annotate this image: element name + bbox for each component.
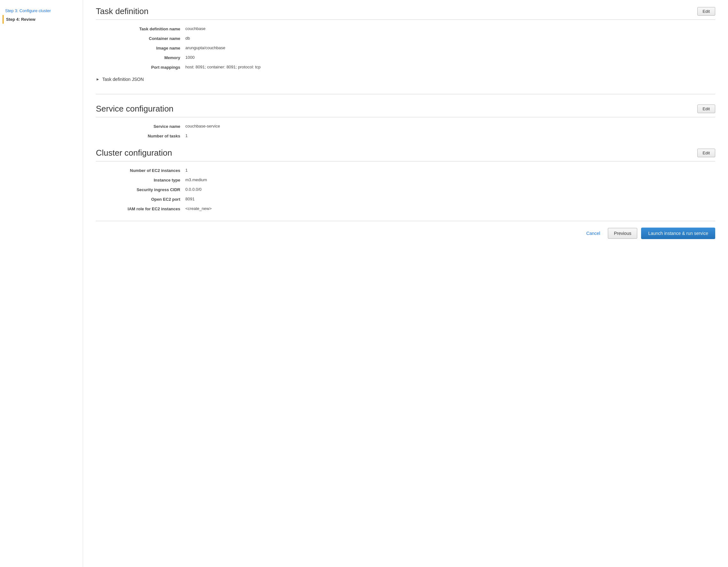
field-port-mappings: Port mappings host: 8091; container: 809… xyxy=(96,65,715,70)
sidebar-item-step3-label: Step 3: Configure cluster xyxy=(5,8,51,13)
field-instance-type: Instance type m3.medium xyxy=(96,177,715,183)
field-label-service-name: Service name xyxy=(96,124,185,129)
sidebar-item-step4-label: Step 4: Review xyxy=(6,17,35,22)
chevron-right-icon: ► xyxy=(96,77,100,82)
field-value-port-mappings: host: 8091; container: 8091; protocol: t… xyxy=(185,65,261,69)
cluster-configuration-header: Cluster configuration Edit xyxy=(96,148,715,161)
field-image-name: Image name arungupta/couchbase xyxy=(96,45,715,50)
field-label-iam-role: IAM role for EC2 instances xyxy=(96,206,185,211)
task-definition-json-toggle[interactable]: ► Task definition JSON xyxy=(96,74,715,84)
sidebar-item-step4: Step 4: Review xyxy=(3,15,78,24)
cluster-configuration-edit-button[interactable]: Edit xyxy=(697,149,715,157)
field-label-security-ingress-cidr: Security ingress CIDR xyxy=(96,187,185,192)
field-label-memory: Memory xyxy=(96,55,185,60)
field-value-container-name: db xyxy=(185,36,190,41)
field-label-instance-type: Instance type xyxy=(96,177,185,183)
divider-1 xyxy=(96,94,715,94)
field-value-iam-role: <create_new> xyxy=(185,206,212,211)
field-container-name: Container name db xyxy=(96,36,715,41)
field-value-num-ec2-instances: 1 xyxy=(185,168,188,173)
field-value-task-definition-name: couchbase xyxy=(185,26,205,31)
field-label-port-mappings: Port mappings xyxy=(96,65,185,70)
field-number-of-tasks: Number of tasks 1 xyxy=(96,133,715,138)
service-configuration-section: Service configuration Edit Service name … xyxy=(96,104,715,138)
cluster-configuration-title: Cluster configuration xyxy=(96,148,172,158)
field-iam-role: IAM role for EC2 instances <create_new> xyxy=(96,206,715,211)
field-label-number-of-tasks: Number of tasks xyxy=(96,133,185,138)
task-definition-section: Task definition Edit Task definition nam… xyxy=(96,6,715,84)
field-task-definition-name: Task definition name couchbase xyxy=(96,26,715,31)
main-content: Task definition Edit Task definition nam… xyxy=(83,0,728,567)
service-configuration-header: Service configuration Edit xyxy=(96,104,715,117)
field-service-name: Service name couchbase-service xyxy=(96,124,715,129)
launch-button[interactable]: Launch instance & run service xyxy=(641,228,715,239)
cluster-configuration-section: Cluster configuration Edit Number of EC2… xyxy=(96,148,715,211)
field-value-memory: 1000 xyxy=(185,55,195,60)
field-label-open-ec2-port: Open EC2 port xyxy=(96,197,185,202)
field-label-container-name: Container name xyxy=(96,36,185,41)
field-value-number-of-tasks: 1 xyxy=(185,133,188,138)
json-toggle-label: Task definition JSON xyxy=(102,77,144,82)
field-num-ec2-instances: Number of EC2 instances 1 xyxy=(96,168,715,173)
previous-button[interactable]: Previous xyxy=(608,228,637,239)
field-value-open-ec2-port: 8091 xyxy=(185,197,195,201)
field-memory: Memory 1000 xyxy=(96,55,715,60)
task-definition-edit-button[interactable]: Edit xyxy=(697,7,715,16)
field-value-image-name: arungupta/couchbase xyxy=(185,45,225,50)
field-security-ingress-cidr: Security ingress CIDR 0.0.0.0/0 xyxy=(96,187,715,192)
field-label-image-name: Image name xyxy=(96,45,185,50)
cancel-button[interactable]: Cancel xyxy=(582,228,604,238)
field-value-instance-type: m3.medium xyxy=(185,177,207,182)
field-label-num-ec2-instances: Number of EC2 instances xyxy=(96,168,185,173)
task-definition-title: Task definition xyxy=(96,6,149,16)
field-value-service-name: couchbase-service xyxy=(185,124,220,128)
field-label-task-definition-name: Task definition name xyxy=(96,26,185,31)
service-configuration-title: Service configuration xyxy=(96,104,174,114)
footer: Cancel Previous Launch instance & run se… xyxy=(96,221,715,239)
field-open-ec2-port: Open EC2 port 8091 xyxy=(96,197,715,202)
sidebar: Step 3: Configure cluster Step 4: Review xyxy=(0,0,83,567)
field-value-security-ingress-cidr: 0.0.0.0/0 xyxy=(185,187,202,192)
sidebar-item-step3[interactable]: Step 3: Configure cluster xyxy=(5,6,78,15)
service-configuration-edit-button[interactable]: Edit xyxy=(697,105,715,113)
task-definition-header: Task definition Edit xyxy=(96,6,715,20)
